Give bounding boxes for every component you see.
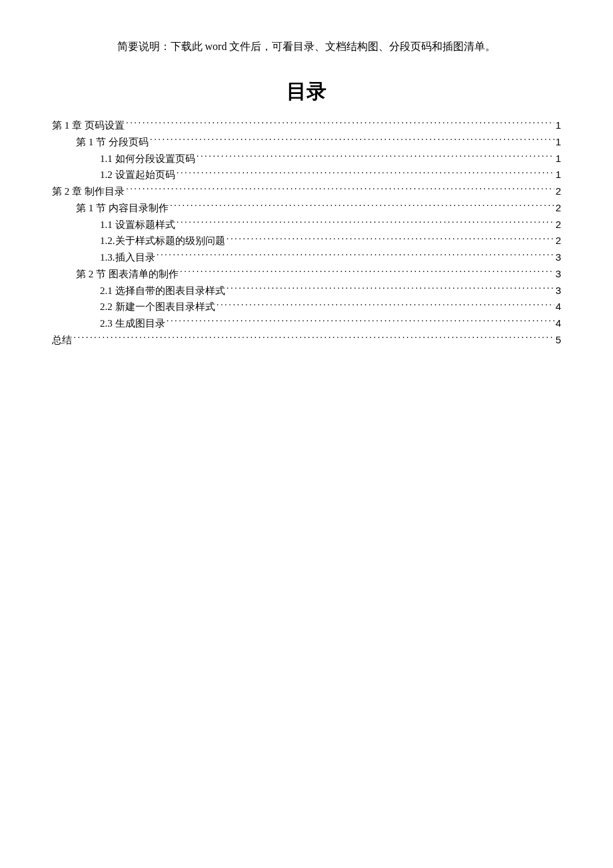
toc-entry[interactable]: 2.3 生成图目录4 bbox=[52, 315, 561, 332]
toc-entry[interactable]: 第 1 节 内容目录制作2 bbox=[52, 200, 561, 217]
toc-entry[interactable]: 1.1 设置标题样式2 bbox=[52, 217, 561, 233]
toc-entry-page: 2 bbox=[556, 200, 561, 217]
toc-entry-label: 总结 bbox=[52, 332, 72, 349]
toc-title: 目录 bbox=[52, 78, 561, 105]
toc-entry-label: 第 1 节 内容目录制作 bbox=[76, 200, 169, 217]
toc-entry-label: 2.2 新建一个图表目录样式 bbox=[100, 299, 215, 315]
table-of-contents: 第 1 章 页码设置1第 1 节 分段页码11.1 如何分段设置页码11.2 设… bbox=[52, 117, 561, 349]
toc-dot-leader bbox=[177, 168, 554, 178]
toc-entry[interactable]: 1.2.关于样式标题的级别问题2 bbox=[52, 233, 561, 249]
toc-entry[interactable]: 第 1 章 页码设置1 bbox=[52, 117, 561, 134]
toc-entry-page: 3 bbox=[556, 249, 561, 266]
toc-dot-leader bbox=[170, 201, 554, 211]
toc-entry-label: 第 1 节 分段页码 bbox=[76, 134, 149, 151]
toc-dot-leader bbox=[157, 251, 554, 261]
toc-entry-page: 2 bbox=[556, 233, 561, 249]
toc-dot-leader bbox=[227, 284, 554, 294]
toc-entry[interactable]: 1.1 如何分段设置页码1 bbox=[52, 151, 561, 167]
toc-entry-label: 1.2.关于样式标题的级别问题 bbox=[100, 233, 225, 249]
toc-entry-page: 1 bbox=[556, 167, 561, 183]
toc-entry-page: 3 bbox=[556, 283, 561, 299]
document-page: 简要说明：下载此 word 文件后，可看目录、文档结构图、分段页码和插图清单。 … bbox=[0, 0, 613, 868]
toc-entry-label: 2.3 生成图目录 bbox=[100, 315, 165, 332]
toc-entry-label: 1.2 设置起始页码 bbox=[100, 167, 175, 183]
toc-dot-leader bbox=[227, 234, 554, 244]
toc-entry-page: 1 bbox=[556, 134, 561, 151]
toc-dot-leader bbox=[73, 333, 554, 343]
toc-entry-label: 2.1 选择自带的图表目录样式 bbox=[100, 283, 225, 299]
toc-entry-label: 1.3.插入目录 bbox=[100, 249, 155, 266]
toc-entry[interactable]: 第 2 章 制作目录2 bbox=[52, 183, 561, 200]
toc-entry[interactable]: 1.3.插入目录3 bbox=[52, 249, 561, 266]
toc-entry-page: 1 bbox=[556, 117, 561, 134]
toc-entry[interactable]: 2.2 新建一个图表目录样式4 bbox=[52, 299, 561, 315]
toc-entry[interactable]: 总结5 bbox=[52, 332, 561, 349]
toc-entry[interactable]: 1.2 设置起始页码1 bbox=[52, 167, 561, 183]
toc-entry-label: 第 1 章 页码设置 bbox=[52, 117, 125, 134]
toc-entry[interactable]: 2.1 选择自带的图表目录样式3 bbox=[52, 283, 561, 299]
toc-entry-page: 4 bbox=[556, 315, 561, 332]
toc-dot-leader bbox=[126, 185, 554, 195]
toc-dot-leader bbox=[180, 267, 554, 277]
toc-entry-page: 2 bbox=[556, 183, 561, 200]
toc-entry[interactable]: 第 1 节 分段页码1 bbox=[52, 134, 561, 151]
toc-entry[interactable]: 第 2 节 图表清单的制作3 bbox=[52, 266, 561, 283]
toc-entry-page: 2 bbox=[556, 217, 561, 233]
toc-entry-page: 3 bbox=[556, 266, 561, 283]
toc-dot-leader bbox=[197, 152, 554, 162]
toc-dot-leader bbox=[150, 135, 554, 145]
toc-entry-page: 5 bbox=[556, 332, 561, 349]
toc-entry-page: 1 bbox=[556, 151, 561, 167]
toc-dot-leader bbox=[167, 317, 554, 327]
toc-dot-leader bbox=[177, 218, 554, 228]
toc-dot-leader bbox=[126, 119, 554, 129]
toc-entry-page: 4 bbox=[556, 299, 561, 315]
toc-dot-leader bbox=[217, 300, 554, 310]
toc-entry-label: 第 2 节 图表清单的制作 bbox=[76, 266, 179, 283]
toc-entry-label: 第 2 章 制作目录 bbox=[52, 183, 125, 200]
document-note: 简要说明：下载此 word 文件后，可看目录、文档结构图、分段页码和插图清单。 bbox=[52, 40, 561, 54]
toc-entry-label: 1.1 如何分段设置页码 bbox=[100, 151, 195, 167]
toc-entry-label: 1.1 设置标题样式 bbox=[100, 217, 175, 233]
